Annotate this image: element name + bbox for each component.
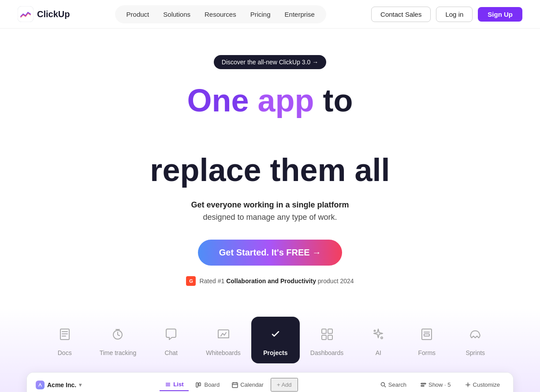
svg-rect-23 [232, 383, 238, 388]
nav-item-solutions[interactable]: Solutions [157, 8, 197, 21]
tab-docs-label: Docs [58, 349, 72, 356]
svg-point-13 [381, 337, 383, 339]
clickup-logo-icon [18, 6, 34, 22]
feature-tabs: Docs Time tracking Chat [0, 308, 540, 363]
projects-icon [265, 324, 286, 345]
tab-sprints[interactable]: Sprints [451, 317, 499, 363]
demo-action-buttons: Search Show · 5 Customize [376, 379, 504, 391]
add-label: + Add [277, 381, 292, 388]
view-list-button[interactable]: List [160, 378, 189, 391]
tab-whiteboards-label: Whiteboards [206, 349, 241, 356]
announcement-text: Discover the all-new ClickUp 3.0 → [222, 59, 318, 66]
tab-docs[interactable]: Docs [41, 317, 89, 363]
hero-subtitle-strong: Get everyone working in a single platfor… [191, 200, 349, 209]
forms-icon [416, 324, 437, 345]
login-button[interactable]: Log in [436, 7, 473, 22]
svg-point-14 [374, 330, 376, 332]
view-calendar-button[interactable]: Calendar [227, 379, 269, 391]
navbar: ClickUp Product Solutions Resources Pric… [0, 0, 540, 29]
demo-app: Acme Inc. ▾ List Board Calendar [26, 372, 514, 392]
svg-rect-11 [322, 335, 326, 340]
chat-icon [160, 324, 182, 345]
tab-forms-label: Forms [418, 349, 436, 356]
tab-dashboards-label: Dashboards [310, 349, 344, 356]
svg-rect-12 [328, 335, 332, 340]
tab-chat-label: Chat [164, 349, 178, 356]
logo[interactable]: ClickUp [18, 6, 70, 22]
nav-item-resources[interactable]: Resources [198, 8, 242, 21]
hero-title: One app to replace them all [18, 83, 522, 188]
g2-icon: G [186, 276, 196, 286]
svg-rect-21 [196, 383, 198, 387]
svg-rect-0 [18, 6, 34, 22]
customize-action-button[interactable]: Customize [461, 379, 504, 391]
workspace-icon [36, 381, 45, 389]
cta-button[interactable]: Get Started. It's FREE → [198, 240, 342, 266]
workspace-dropdown-arrow: ▾ [79, 382, 82, 388]
whiteboards-icon [213, 324, 234, 345]
tab-chat[interactable]: Chat [147, 317, 195, 363]
svg-rect-22 [199, 383, 201, 386]
hero-word-to: to [323, 83, 353, 118]
svg-line-28 [384, 386, 386, 387]
tab-ai[interactable]: AI [354, 317, 402, 363]
svg-rect-29 [421, 383, 426, 384]
announcement-banner[interactable]: Discover the all-new ClickUp 3.0 → [214, 55, 326, 69]
tab-projects[interactable]: Projects [251, 317, 300, 363]
hero-word-app: app [258, 83, 314, 118]
search-label: Search [388, 381, 406, 388]
hero-rating-badge: G Rated #1 Collaboration and Productivit… [18, 276, 522, 286]
customize-label: Customize [473, 381, 500, 388]
search-action-button[interactable]: Search [376, 379, 411, 391]
signup-button[interactable]: Sign Up [478, 7, 522, 22]
svg-rect-9 [322, 329, 326, 333]
view-board-button[interactable]: Board [190, 379, 225, 391]
tab-projects-label: Projects [263, 349, 287, 356]
svg-rect-17 [424, 334, 429, 336]
nav-menu: Product Solutions Resources Pricing Ente… [115, 5, 326, 23]
tab-ai-label: AI [376, 349, 381, 356]
svg-rect-30 [421, 385, 424, 386]
view-board-label: Board [204, 381, 220, 388]
tab-dashboards[interactable]: Dashboards [300, 317, 354, 363]
tab-whiteboards[interactable]: Whiteboards [195, 317, 251, 363]
ai-icon [368, 324, 389, 345]
hero-subtitle-rest: designed to manage any type of work. [203, 213, 337, 222]
dashboards-icon [317, 324, 338, 345]
nav-item-product[interactable]: Product [120, 8, 156, 21]
hero-badge-text: Rated #1 Collaboration and Productivity … [199, 277, 354, 285]
docs-icon [54, 324, 75, 345]
tab-forms[interactable]: Forms [402, 317, 451, 363]
nav-item-pricing[interactable]: Pricing [244, 8, 277, 21]
tab-time-tracking-label: Time tracking [100, 349, 137, 356]
nav-actions: Contact Sales Log in Sign Up [371, 7, 522, 22]
hero-section: Discover the all-new ClickUp 3.0 → One a… [0, 29, 540, 303]
workspace-name: Acme Inc. [47, 381, 76, 388]
demo-topbar: Acme Inc. ▾ List Board Calendar [27, 373, 513, 392]
workspace-selector[interactable]: Acme Inc. ▾ [36, 381, 82, 389]
tab-time-tracking[interactable]: Time tracking [89, 317, 147, 363]
svg-point-27 [381, 383, 384, 386]
time-tracking-icon [107, 324, 128, 345]
sprints-icon [465, 324, 486, 345]
nav-item-enterprise[interactable]: Enterprise [279, 8, 321, 21]
view-list-label: List [173, 381, 183, 388]
add-view-button[interactable]: + Add [271, 378, 298, 392]
view-calendar-label: Calendar [240, 381, 264, 388]
svg-rect-10 [328, 329, 332, 333]
hero-subtitle: Get everyone working in a single platfor… [18, 199, 522, 224]
contact-sales-button[interactable]: Contact Sales [371, 7, 431, 22]
show-action-button[interactable]: Show · 5 [416, 379, 455, 391]
tab-sprints-label: Sprints [466, 349, 485, 356]
logo-text: ClickUp [37, 9, 70, 19]
hero-word-one: One [187, 83, 249, 118]
show-label: Show · 5 [428, 381, 451, 388]
svg-point-31 [467, 384, 469, 386]
hero-title-line2: replace them all [18, 153, 522, 188]
